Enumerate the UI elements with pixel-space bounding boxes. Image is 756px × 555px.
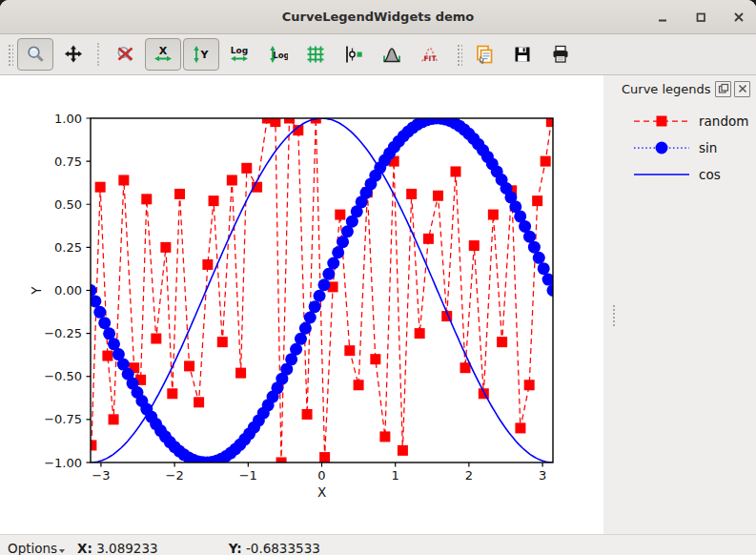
legend-item-sin[interactable]: sin xyxy=(603,134,756,161)
grid-icon xyxy=(305,44,326,65)
toolbar-button-histogram[interactable] xyxy=(374,38,410,71)
svg-text:−1.00: −1.00 xyxy=(44,456,82,470)
options-button[interactable]: Options xyxy=(8,541,65,555)
float-icon xyxy=(718,83,729,94)
dock-splitter-handle[interactable] xyxy=(611,303,616,326)
legend-item-random[interactable]: random xyxy=(603,108,756,134)
svg-text:FIT: FIT xyxy=(423,54,437,63)
dock-titlebar[interactable]: Curve legends xyxy=(603,77,756,100)
close-button[interactable] xyxy=(729,8,748,27)
dock-float-button[interactable] xyxy=(715,81,731,97)
svg-text:0.50: 0.50 xyxy=(54,197,82,212)
x-log-icon: Log xyxy=(229,44,250,65)
toolbar-button-save[interactable] xyxy=(504,38,541,71)
legend-list: random sin cos xyxy=(603,108,756,188)
minimize-button[interactable] xyxy=(653,8,672,27)
caret-down-icon xyxy=(59,549,65,553)
app-window: CurveLegendWidgets demo xyxy=(0,0,756,555)
copy-icon xyxy=(474,44,495,65)
legend-sample-sin xyxy=(632,139,691,156)
svg-text:Log: Log xyxy=(273,51,288,60)
window-title: CurveLegendWidgets demo xyxy=(0,10,756,24)
zoom-disable-icon xyxy=(114,44,135,65)
dock-close-button[interactable] xyxy=(734,81,750,97)
legend-dock: Curve legends random xyxy=(603,75,756,534)
legend-label: sin xyxy=(699,140,717,155)
legend-sample-random xyxy=(632,113,691,130)
svg-text:3: 3 xyxy=(539,468,546,483)
svg-text:0: 0 xyxy=(317,468,325,483)
fit-icon: FIT xyxy=(419,44,440,65)
svg-text:1: 1 xyxy=(392,468,399,483)
plot-canvas[interactable]: −3−2−101231.000.750.500.250.00−0.25−0.50… xyxy=(0,75,603,534)
legend-sample-cos xyxy=(632,166,691,183)
y-range-icon: Y xyxy=(191,44,212,65)
pan-icon xyxy=(63,44,84,65)
svg-text:−1: −1 xyxy=(239,468,257,483)
toolbar-button-y-log[interactable]: Log xyxy=(259,38,296,71)
svg-text:X: X xyxy=(317,484,326,500)
svg-text:1.00: 1.00 xyxy=(54,112,82,126)
cursor-y-readout: Y: -0.6833533 xyxy=(229,541,320,555)
svg-text:0.25: 0.25 xyxy=(54,240,82,255)
toolbar-button-cross-section[interactable] xyxy=(336,38,372,71)
toolbar-button-zoom-disable[interactable] xyxy=(107,38,143,71)
save-icon xyxy=(512,44,533,65)
toolbar-grip[interactable] xyxy=(456,43,462,66)
cursor-x-readout: X: 3.089233 xyxy=(77,541,158,555)
curve-plot[interactable]: −3−2−101231.000.750.500.250.00−0.25−0.50… xyxy=(0,75,603,530)
print-icon xyxy=(550,44,571,65)
maximize-icon xyxy=(693,10,708,25)
legend-label: random xyxy=(699,113,748,129)
svg-text:0.00: 0.00 xyxy=(54,283,82,298)
zoom-icon xyxy=(25,44,46,65)
svg-text:0.75: 0.75 xyxy=(54,154,82,169)
svg-text:−3: −3 xyxy=(92,468,110,483)
toolbar-button-print[interactable] xyxy=(542,38,579,71)
svg-text:−0.75: −0.75 xyxy=(44,412,82,426)
toolbar-button-fit[interactable]: FIT xyxy=(412,38,448,71)
statusbar: Options X: 3.089233 Y: -0.6833533 xyxy=(0,534,756,555)
svg-text:2: 2 xyxy=(465,468,473,483)
main-area: −3−2−101231.000.750.500.250.00−0.25−0.50… xyxy=(0,75,756,534)
svg-text:−0.25: −0.25 xyxy=(44,326,82,340)
cross-section-icon xyxy=(343,44,364,65)
svg-text:Y: Y xyxy=(200,49,210,61)
toolbar-button-y-range[interactable]: Y xyxy=(183,38,219,71)
legend-label: cos xyxy=(699,167,721,182)
toolbar-button-zoom[interactable] xyxy=(17,38,53,71)
maximize-button[interactable] xyxy=(691,8,710,27)
dock-close-icon xyxy=(737,83,748,94)
toolbar-button-x-log[interactable]: Log xyxy=(221,38,257,71)
close-icon xyxy=(731,10,746,25)
options-label: Options xyxy=(8,541,57,555)
svg-text:−2: −2 xyxy=(166,468,184,483)
toolbar: X Y Log xyxy=(0,34,756,75)
svg-text:Y: Y xyxy=(29,286,44,296)
legend-item-cos[interactable]: cos xyxy=(603,161,756,188)
y-log-icon: Log xyxy=(267,44,288,65)
svg-text:Log: Log xyxy=(231,46,248,55)
toolbar-button-grid[interactable] xyxy=(297,38,334,71)
toolbar-button-x-range[interactable]: X xyxy=(145,38,181,71)
toolbar-grip[interactable] xyxy=(7,43,13,66)
toolbar-button-copy[interactable] xyxy=(466,38,502,71)
toolbar-button-pan[interactable] xyxy=(55,38,92,71)
svg-text:−0.50: −0.50 xyxy=(44,369,82,383)
histogram-icon xyxy=(381,44,402,65)
titlebar[interactable]: CurveLegendWidgets demo xyxy=(0,0,756,34)
toolbar-separator xyxy=(97,43,101,66)
x-range-icon: X xyxy=(153,44,174,65)
svg-text:X: X xyxy=(159,45,168,57)
dock-title: Curve legends xyxy=(622,82,712,96)
minimize-icon xyxy=(655,10,670,25)
